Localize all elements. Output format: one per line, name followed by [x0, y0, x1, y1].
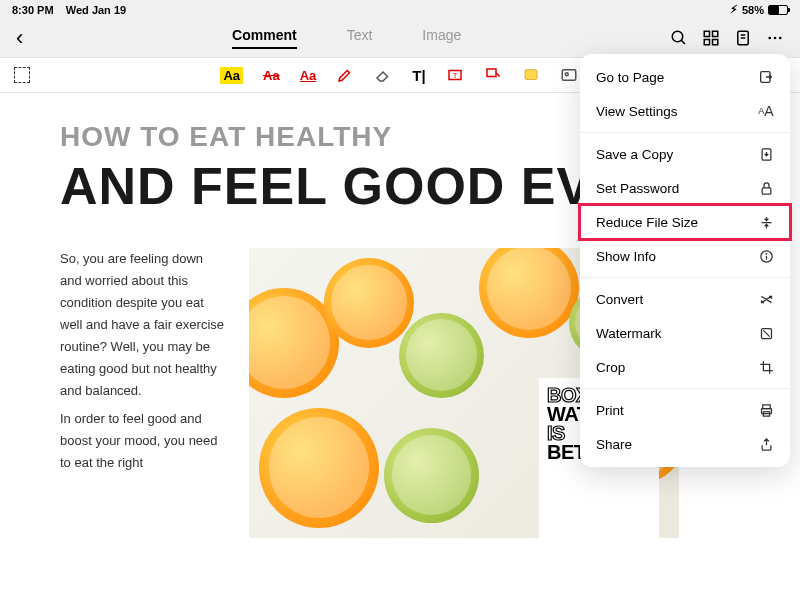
text-size-icon: AA — [758, 103, 774, 119]
svg-rect-4 — [704, 40, 709, 45]
svg-point-9 — [768, 37, 771, 40]
svg-point-18 — [565, 73, 568, 76]
menu-label: Watermark — [596, 326, 662, 341]
top-nav: ‹ Comment Text Image — [0, 19, 800, 57]
menu-print[interactable]: Print — [580, 393, 790, 427]
menu-label: Share — [596, 437, 632, 452]
page-view-icon[interactable] — [734, 29, 752, 47]
menu-crop[interactable]: Crop — [580, 350, 790, 384]
menu-label: Save a Copy — [596, 147, 673, 162]
menu-label: Print — [596, 403, 624, 418]
menu-show-info[interactable]: Show Info — [580, 239, 790, 273]
menu-convert[interactable]: Convert — [580, 282, 790, 316]
svg-rect-2 — [704, 31, 709, 36]
lock-icon — [758, 180, 774, 196]
charging-icon: ⚡︎ — [730, 3, 738, 16]
svg-text:T: T — [452, 71, 457, 80]
more-icon[interactable] — [766, 29, 784, 47]
battery-icon — [768, 5, 788, 15]
marker-tool[interactable] — [336, 66, 354, 84]
menu-go-to-page[interactable]: Go to Page — [580, 60, 790, 94]
image-tool[interactable] — [560, 66, 578, 84]
eraser-tool[interactable] — [374, 66, 392, 84]
menu-label: Show Info — [596, 249, 656, 264]
status-time: 8:30 PM — [12, 4, 54, 16]
menu-label: Crop — [596, 360, 625, 375]
info-icon — [758, 248, 774, 264]
svg-point-25 — [766, 253, 767, 254]
menu-label: Reduce File Size — [596, 215, 698, 230]
tab-comment[interactable]: Comment — [232, 27, 297, 49]
text-tool[interactable]: T| — [412, 67, 425, 84]
textbox-tool[interactable]: T — [446, 66, 464, 84]
svg-rect-22 — [762, 187, 771, 193]
save-icon — [758, 146, 774, 162]
watermark-icon — [758, 325, 774, 341]
menu-label: View Settings — [596, 104, 678, 119]
strikethrough-tool[interactable]: Aa — [263, 68, 280, 83]
more-menu-dropdown: Go to Page View Settings AA Save a Copy … — [580, 54, 790, 467]
svg-point-0 — [672, 31, 683, 42]
highlight-tool[interactable]: Aa — [220, 67, 243, 84]
menu-view-settings[interactable]: View Settings AA — [580, 94, 790, 128]
menu-label: Go to Page — [596, 70, 664, 85]
battery-percent: 58% — [742, 4, 764, 16]
note-tool[interactable] — [522, 66, 540, 84]
paragraph-1: So, you are feeling down and worried abo… — [60, 248, 225, 403]
body-text: So, you are feeling down and worried abo… — [60, 248, 225, 538]
underline-tool[interactable]: Aa — [300, 68, 317, 83]
svg-rect-17 — [562, 70, 576, 81]
print-icon — [758, 402, 774, 418]
svg-rect-16 — [525, 70, 537, 80]
tab-image[interactable]: Image — [422, 27, 461, 49]
status-date: Wed Jan 19 — [66, 4, 126, 16]
svg-rect-3 — [713, 31, 718, 36]
paragraph-2: In order to feel good and boost your moo… — [60, 408, 225, 474]
convert-icon — [758, 291, 774, 307]
select-tool[interactable] — [14, 67, 30, 83]
crop-icon — [758, 359, 774, 375]
tab-text[interactable]: Text — [347, 27, 373, 49]
go-to-icon — [758, 69, 774, 85]
menu-reduce-file-size[interactable]: Reduce File Size — [580, 205, 790, 239]
svg-rect-5 — [713, 40, 718, 45]
svg-line-27 — [763, 330, 769, 336]
back-button[interactable]: ‹ — [16, 25, 23, 51]
menu-watermark[interactable]: Watermark — [580, 316, 790, 350]
compress-icon — [758, 214, 774, 230]
menu-set-password[interactable]: Set Password — [580, 171, 790, 205]
menu-label: Set Password — [596, 181, 679, 196]
svg-point-10 — [774, 37, 777, 40]
grid-view-icon[interactable] — [702, 29, 720, 47]
callout-tool[interactable] — [484, 66, 502, 84]
svg-point-11 — [779, 37, 782, 40]
mode-tabs: Comment Text Image — [232, 27, 461, 49]
search-icon[interactable] — [670, 29, 688, 47]
share-icon — [758, 436, 774, 452]
svg-rect-14 — [487, 69, 496, 77]
menu-label: Convert — [596, 292, 643, 307]
menu-share[interactable]: Share — [580, 427, 790, 461]
svg-line-1 — [681, 40, 685, 44]
menu-save-copy[interactable]: Save a Copy — [580, 137, 790, 171]
status-bar: 8:30 PM Wed Jan 19 ⚡︎ 58% — [0, 0, 800, 19]
